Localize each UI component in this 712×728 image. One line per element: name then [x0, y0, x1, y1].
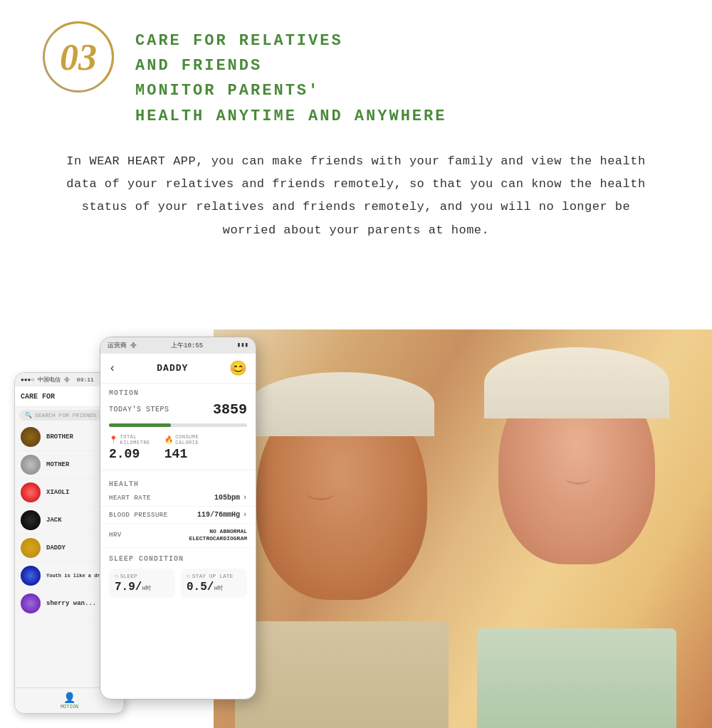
status-time: 09:11	[77, 376, 94, 383]
motion-section-title: MOTION	[100, 384, 256, 399]
blood-pressure-value: 119/76mmHg ›	[197, 511, 247, 519]
section-number: 03	[60, 36, 97, 78]
stayup-unit: H时	[214, 585, 223, 591]
hrv-value: NO ABNORMALELECTROCARDIOGRAM	[189, 528, 247, 543]
title-block: CARE FOR RELATIVES AND FRIENDS MONITOR P…	[135, 21, 446, 129]
friend-name: BROTHER	[46, 433, 73, 441]
stats-row: 📍 TOTALKILOMETRE 2.09 🔥 CONSUMECALORIE 1…	[100, 430, 256, 465]
title-line-3: MONITOR PARENTS'	[135, 78, 446, 103]
hrv-label: HRV	[109, 532, 122, 539]
number-badge: 03	[43, 21, 114, 93]
fire-icon: 🔥	[164, 436, 174, 444]
detail-header: ‹ DADDY 😊	[100, 354, 256, 384]
friend-name: sherry wan...	[46, 600, 96, 607]
avatar	[21, 566, 41, 586]
avatar	[21, 455, 41, 475]
title-line-2: AND FRIENDS	[135, 53, 446, 78]
calorie-label: 🔥 CONSUMECALORIE	[164, 434, 199, 445]
chevron-right-icon: ›	[243, 494, 247, 502]
detail-status-right: ▮▮▮	[237, 341, 248, 350]
friend-name: DADDY	[46, 544, 66, 552]
avatar	[21, 538, 41, 558]
motion-icon: 👤	[63, 692, 75, 704]
steps-row: TODAY'S STEPS 3859	[100, 399, 256, 421]
sleep-section-title: SLEEP CONDITION	[109, 552, 247, 566]
kilometre-value: 2.09	[109, 447, 150, 461]
background-photo	[214, 329, 712, 728]
person-name: DADDY	[157, 363, 188, 374]
stayup-hours: 0.5/H时	[187, 581, 241, 594]
blood-pressure-label: BLOOD PRESSURE	[109, 512, 168, 519]
header-section: 03 CARE FOR RELATIVES AND FRIENDS MONITO…	[0, 0, 712, 143]
mood-emoji: 😊	[229, 359, 247, 377]
detail-status-time: 上午10:55	[171, 341, 203, 350]
chevron-right-icon: ›	[243, 511, 247, 519]
hrv-row[interactable]: HRV NO ABNORMALELECTROCARDIOGRAM	[100, 524, 256, 548]
detail-status-bar: 运营商 令 上午10:55 ▮▮▮	[100, 337, 256, 354]
calorie-stat: 🔥 CONSUMECALORIE 141	[164, 434, 199, 461]
health-section-title: HEALTH	[100, 475, 256, 490]
avatar	[21, 482, 41, 502]
title-line-1: CARE FOR RELATIVES	[135, 28, 446, 53]
steps-progress-bar	[109, 423, 247, 427]
steps-value: 3859	[213, 401, 247, 418]
title-line-4: HEALTH ANYTIME AND ANYWHERE	[135, 104, 446, 129]
steps-progress-fill	[109, 423, 171, 427]
avatar	[21, 427, 41, 447]
heart-rate-row[interactable]: HEART RATE 105bpm ›	[100, 490, 256, 507]
location-icon: 📍	[109, 436, 118, 444]
nav-label: MOTION	[61, 704, 78, 709]
phone-list-title: CARE FOR	[21, 393, 55, 401]
search-placeholder: SEARCH FOR FRIENDS	[35, 412, 96, 418]
detail-status-left: 运营商 令	[108, 341, 137, 350]
divider	[100, 470, 256, 470]
sleep-section: SLEEP CONDITION ○ SLEEP 7.9/H时 ○ STAY UP…	[100, 548, 256, 602]
kilometre-text: TOTALKILOMETRE	[120, 434, 150, 445]
avatar	[21, 594, 41, 613]
status-left: ●●●○ 中国电信 令	[21, 376, 70, 384]
blood-pressure-row[interactable]: BLOOD PRESSURE 119/76mmHg ›	[100, 507, 256, 524]
sleep-unit: H时	[142, 585, 151, 591]
kilometre-stat: 📍 TOTALKILOMETRE 2.09	[109, 434, 150, 461]
sleep-type-label: ○ SLEEP	[115, 573, 169, 579]
stayup-icon: ○	[187, 573, 190, 579]
steps-label: TODAY'S STEPS	[109, 406, 169, 413]
sleep-item: ○ SLEEP 7.9/H时	[109, 569, 175, 598]
description-text: In WEAR HEART APP, you can make friends …	[0, 143, 712, 260]
phone-area: ●●●○ 中国电信 令 09:11 ✦ ▮▮▮ CARE FOR + 🔍 SEA…	[14, 322, 263, 728]
heart-rate-value: 105bpm ›	[214, 494, 247, 502]
calorie-value: 141	[164, 447, 199, 461]
friend-name: XIAOLI	[46, 489, 69, 496]
heart-rate-label: HEART RATE	[109, 495, 151, 502]
sleep-icon: ○	[115, 573, 118, 579]
friend-name: MOTHER	[46, 461, 69, 468]
stayup-item: ○ STAY UP LATE 0.5/H时	[181, 569, 247, 598]
avatar	[21, 510, 41, 530]
kilometre-label: 📍 TOTALKILOMETRE	[109, 434, 150, 445]
description-content: In WEAR HEART APP, you can make friends …	[66, 154, 645, 237]
friend-name: JACK	[46, 517, 62, 524]
stayup-type-label: ○ STAY UP LATE	[187, 573, 241, 579]
back-button[interactable]: ‹	[109, 362, 116, 375]
sleep-grid: ○ SLEEP 7.9/H时 ○ STAY UP LATE 0.5/H时	[109, 569, 247, 598]
search-icon: 🔍	[25, 412, 32, 418]
phone-detail: 运营商 令 上午10:55 ▮▮▮ ‹ DADDY 😊 MOTION TODAY…	[100, 337, 256, 700]
calorie-text: CONSUMECALORIE	[175, 434, 199, 445]
sleep-hours: 7.9/H时	[115, 581, 169, 594]
